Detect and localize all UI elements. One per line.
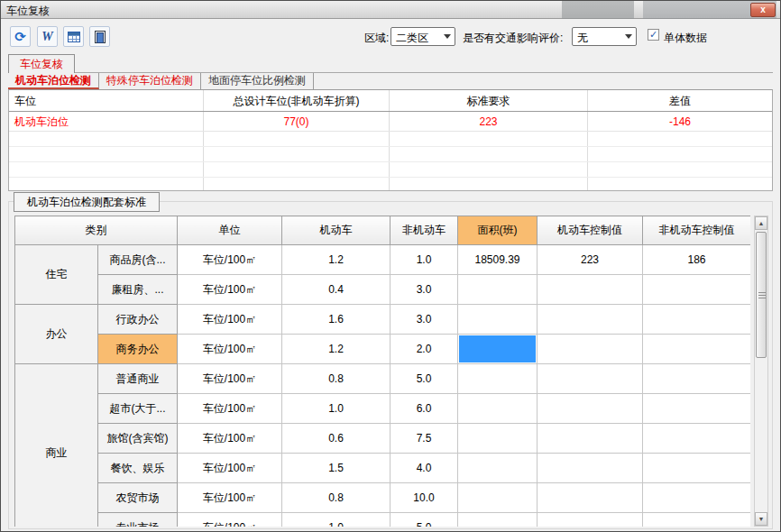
category-cell[interactable]: 农贸市场 — [98, 483, 178, 513]
unit-cell[interactable]: 车位/100㎡ — [178, 483, 282, 513]
nonmotor-cell[interactable]: 6.0 — [390, 394, 458, 424]
group-cell-residential[interactable]: 住宅 — [15, 245, 98, 305]
unit-cell[interactable]: 车位/100㎡ — [178, 335, 282, 364]
col-header-nonmotor-control[interactable]: 非机动车控制值 — [643, 216, 751, 245]
col-header-designed[interactable]: 总设计车位(非机动车折算) — [204, 90, 390, 111]
summary-cell-difference[interactable]: -146 — [588, 112, 772, 131]
motor-control-cell[interactable] — [538, 424, 643, 454]
nonmotor-control-cell[interactable]: 186 — [643, 245, 751, 275]
motor-control-cell[interactable] — [538, 454, 643, 483]
unit-cell[interactable]: 车位/100㎡ — [178, 394, 282, 424]
summary-cell-designed[interactable]: 77(0) — [204, 112, 390, 131]
export-word-button[interactable]: W — [37, 26, 58, 47]
category-cell[interactable]: 普通商业 — [98, 364, 178, 394]
nonmotor-control-cell[interactable] — [643, 483, 751, 513]
summary-cell-standard[interactable]: 223 — [390, 112, 588, 131]
category-cell[interactable]: 餐饮、娱乐 — [98, 454, 178, 483]
group-cell-office[interactable]: 办公 — [15, 305, 98, 364]
nonmotor-control-cell[interactable] — [643, 513, 751, 527]
category-cell[interactable]: 旅馆(含宾馆) — [98, 424, 178, 454]
nonmotor-control-cell[interactable] — [643, 454, 751, 483]
area-cell[interactable] — [458, 454, 538, 483]
area-cell-selected[interactable] — [458, 335, 538, 364]
nonmotor-cell[interactable]: 5.0 — [390, 513, 458, 527]
area-cell[interactable] — [458, 513, 538, 527]
close-button[interactable]: x — [750, 3, 776, 17]
category-cell[interactable]: 商品房(含... — [98, 245, 178, 275]
motor-cell[interactable]: 0.8 — [282, 483, 390, 513]
motor-cell[interactable]: 1.2 — [282, 245, 390, 275]
area-cell[interactable] — [458, 394, 538, 424]
unit-cell[interactable]: 车位/100㎡ — [178, 305, 282, 335]
area-cell[interactable] — [458, 305, 538, 335]
nonmotor-cell[interactable]: 1.0 — [390, 245, 458, 275]
col-header-parking[interactable]: 车位 — [9, 90, 204, 111]
motor-cell[interactable]: 1.5 — [282, 454, 390, 483]
category-cell[interactable]: 行政办公 — [98, 305, 178, 335]
category-cell[interactable]: 专业市场 — [98, 513, 178, 527]
nonmotor-cell[interactable]: 10.0 — [390, 483, 458, 513]
motor-control-cell[interactable] — [538, 364, 643, 394]
tab-special-parking-check[interactable]: 特殊停车泊位检测 — [99, 73, 201, 89]
motor-cell[interactable]: 0.8 — [282, 364, 390, 394]
unit-cell[interactable]: 车位/100㎡ — [178, 513, 282, 527]
unit-cell[interactable]: 车位/100㎡ — [178, 454, 282, 483]
summary-cell-name[interactable]: 机动车泊位 — [9, 112, 204, 131]
motor-control-cell[interactable] — [538, 513, 643, 527]
area-cell[interactable] — [458, 483, 538, 513]
area-cell[interactable] — [458, 424, 538, 454]
col-header-motor-control[interactable]: 机动车控制值 — [538, 216, 643, 245]
exit-button[interactable] — [89, 26, 110, 47]
unit-cell[interactable]: 车位/100㎡ — [178, 364, 282, 394]
group-cell-commercial[interactable]: 商业 — [15, 364, 98, 527]
nonmotor-control-cell[interactable] — [643, 364, 751, 394]
nonmotor-control-cell[interactable] — [643, 275, 751, 305]
motor-cell[interactable]: 1.2 — [282, 335, 390, 364]
nonmotor-cell[interactable]: 7.5 — [390, 424, 458, 454]
nonmotor-cell[interactable]: 3.0 — [390, 275, 458, 305]
area-cell[interactable]: 18509.39 — [458, 245, 538, 275]
motor-cell[interactable]: 1.6 — [282, 305, 390, 335]
motor-control-cell[interactable] — [538, 483, 643, 513]
area-cell[interactable] — [458, 364, 538, 394]
col-header-nonmotor[interactable]: 非机动车 — [390, 216, 458, 245]
nonmotor-cell[interactable]: 3.0 — [390, 305, 458, 335]
category-cell-selected[interactable]: 商务办公 — [98, 335, 178, 364]
motor-control-cell[interactable] — [538, 305, 643, 335]
col-header-standard[interactable]: 标准要求 — [390, 90, 588, 111]
motor-cell[interactable]: 0.4 — [282, 275, 390, 305]
col-header-motor[interactable]: 机动车 — [282, 216, 390, 245]
single-data-checkbox[interactable]: ✓ — [648, 29, 659, 41]
category-cell[interactable]: 廉租房、... — [98, 275, 178, 305]
summary-data-row[interactable]: 机动车泊位 77(0) 223 -146 — [9, 112, 772, 132]
export-table-button[interactable] — [63, 26, 84, 47]
motor-cell[interactable]: 1.0 — [282, 513, 390, 527]
scroll-up-button[interactable]: ▲ — [755, 216, 767, 230]
category-cell[interactable]: 超市(大于... — [98, 394, 178, 424]
scrollbar-thumb[interactable] — [756, 232, 767, 358]
col-header-unit[interactable]: 单位 — [178, 216, 282, 245]
motor-cell[interactable]: 1.0 — [282, 394, 390, 424]
nonmotor-control-cell[interactable] — [643, 394, 751, 424]
nonmotor-cell[interactable]: 5.0 — [390, 364, 458, 394]
tab-parking-review[interactable]: 车位复核 — [8, 54, 75, 73]
traffic-impact-combobox[interactable]: 无 — [572, 27, 637, 46]
area-cell[interactable] — [458, 275, 538, 305]
scroll-down-button[interactable]: ▼ — [755, 512, 767, 526]
motor-control-cell[interactable] — [538, 394, 643, 424]
tab-ground-parking-ratio-check[interactable]: 地面停车位比例检测 — [201, 73, 314, 89]
col-header-area-selected[interactable]: 面积(班) — [458, 216, 538, 245]
unit-cell[interactable]: 车位/100㎡ — [178, 275, 282, 305]
unit-cell[interactable]: 车位/100㎡ — [178, 424, 282, 454]
vertical-scrollbar[interactable]: ▲ ▼ — [754, 216, 768, 527]
col-header-category[interactable]: 类别 — [15, 216, 178, 245]
nonmotor-control-cell[interactable] — [643, 305, 751, 335]
motor-control-cell[interactable]: 223 — [538, 245, 643, 275]
region-combobox[interactable]: 二类区 — [390, 27, 455, 46]
nonmotor-cell[interactable]: 4.0 — [390, 454, 458, 483]
motor-cell[interactable]: 0.6 — [282, 424, 390, 454]
nonmotor-control-cell[interactable] — [643, 335, 751, 364]
title-bar[interactable]: 车位复核 x — [1, 1, 780, 19]
motor-control-cell[interactable] — [538, 335, 643, 364]
refresh-button[interactable]: ⟳ — [10, 26, 31, 47]
